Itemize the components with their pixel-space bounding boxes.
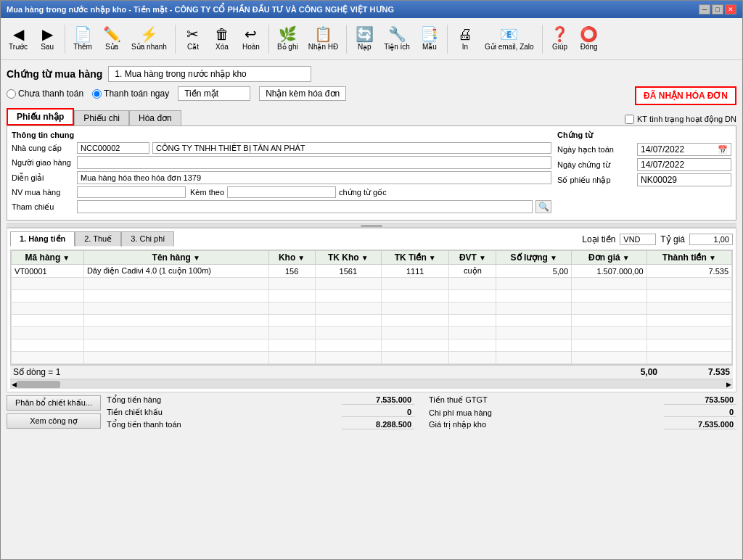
table-footer: Số dòng = 1 5,00 7.535 [10, 365, 733, 379]
ngay-hach-toan-row: Ngày hạch toán 14/07/2022 📅 [557, 143, 731, 156]
scroll-left-arrow[interactable]: ◀ [12, 381, 17, 388]
tham-chieu-input[interactable] [77, 200, 533, 213]
toolbar-sau[interactable]: ▶ Sau [34, 25, 60, 53]
tab-chi-phi[interactable]: 3. Chi phí [121, 231, 174, 247]
thong-tin-chung-title: Thông tin chung [12, 131, 551, 139]
title-bar: Mua hàng trong nước nhập kho - Tiền mặt … [1, 1, 742, 18]
col-tk-tien: TK Tiền ▼ [382, 251, 449, 265]
table-row[interactable]: VT00001 Dây điện Cadivi 4.0 (1 cuộn 100m… [12, 265, 732, 278]
nv-mua-hang-input[interactable] [77, 186, 186, 198]
loai-tien-input[interactable] [620, 234, 656, 245]
toolbar-in[interactable]: 🖨 In [452, 25, 478, 53]
col-ten-hang: Tên hàng ▼ [83, 251, 268, 265]
nha-cung-cap-code-input[interactable] [77, 142, 149, 154]
bottom-left-buttons: Phân bổ chiết khấu... Xem công nợ [7, 395, 101, 432]
chua-thanh-toan-input[interactable] [7, 89, 16, 99]
form-title: Chứng từ mua hàng [7, 68, 102, 80]
toolbar-giup[interactable]: ❓ Giúp [547, 25, 573, 53]
toolbar-gui-email[interactable]: 📧 Gửi email, Zalo [481, 25, 538, 53]
nguoi-giao-hang-input[interactable] [77, 156, 551, 169]
horizontal-scrollbar[interactable]: ◀ ▶ [10, 379, 733, 389]
calendar-icon[interactable]: 📅 [718, 145, 728, 155]
nv-mua-hang-row: NV mua hàng Kèm theo chứng từ gốc [12, 186, 551, 198]
scroll-right-arrow[interactable]: ▶ [726, 381, 731, 388]
sep4 [346, 25, 347, 54]
toolbar-tien-ich[interactable]: 🔧 Tiện ích [380, 25, 414, 53]
tk-tien-filter-icon[interactable]: ▼ [429, 254, 436, 262]
window-title: Mua hàng trong nước nhập kho - Tiền mặt … [7, 5, 394, 15]
loai-tien-row: Loại tiền Tỷ giá [582, 234, 733, 245]
gia-tri-nhap-kho-value: 7.535.000 [664, 420, 736, 429]
maximize-button[interactable]: □ [712, 4, 723, 15]
toolbar-truoc[interactable]: ◀ Trước [5, 25, 31, 53]
ten-hang-filter-icon[interactable]: ▼ [193, 254, 200, 262]
nguoi-giao-hang-label: Người giao hàng [12, 158, 77, 168]
kem-theo-label: Kèm theo [190, 188, 224, 197]
ty-gia-input[interactable] [689, 234, 733, 245]
totals-col-right: Tiền thuế GTGT 753.500 Chi phí mua hàng … [429, 395, 736, 432]
toolbar-bo-ghi[interactable]: 🌿 Bỏ ghi [274, 25, 302, 53]
dien-giai-input[interactable] [77, 171, 551, 184]
tab-phieu-chi[interactable]: Phiếu chi [74, 110, 129, 125]
tab-thue[interactable]: 2. Thuế [75, 231, 121, 247]
toolbar-giup-label: Giúp [552, 43, 567, 51]
print-icon: 🖨 [458, 27, 472, 41]
kem-theo-input[interactable] [227, 186, 336, 198]
thanh-toan-ngay-input[interactable] [92, 89, 102, 99]
so-phieu-nhap-row: Số phiếu nhập NK00029 [557, 173, 731, 186]
ngay-hach-toan-label: Ngày hạch toán [557, 145, 637, 155]
nguoi-giao-hang-row: Người giao hàng [12, 156, 551, 169]
payment-method-box[interactable]: Tiền mặt [178, 86, 250, 101]
chua-thanh-toan-label: Chưa thanh toán [18, 88, 83, 99]
detail-section: 1. Hàng tiền 2. Thuế 3. Chi phí Loại tiề… [7, 228, 736, 392]
toolbar-sua[interactable]: ✏️ Sửa [99, 25, 125, 53]
toolbar-nap[interactable]: 🔄 Nạp [351, 25, 377, 53]
search-button[interactable]: 🔍 [535, 200, 551, 213]
col-tk-kho: TK Kho ▼ [315, 251, 381, 265]
invoice-check-box[interactable]: Nhận kèm hóa đơn [259, 86, 346, 101]
tk-kho-filter-icon[interactable]: ▼ [361, 254, 369, 262]
ma-hang-filter-icon[interactable]: ▼ [62, 254, 70, 262]
don-gia-filter-icon[interactable]: ▼ [623, 254, 630, 262]
toolbar-them[interactable]: 📄 Thêm [70, 25, 96, 53]
empty-row-7 [12, 352, 732, 364]
form-two-col: Thông tin chung Nhà cung cấp Người giao … [12, 131, 731, 215]
xem-cong-no-button[interactable]: Xem công nợ [7, 413, 101, 429]
phan-bo-chiet-khau-button[interactable]: Phân bổ chiết khấu... [7, 395, 101, 411]
so-phieu-nhap-label: Số phiếu nhập [557, 176, 637, 185]
toolbar-sua-nhanh[interactable]: ⚡ Sửa nhanh [128, 25, 171, 53]
toolbar-in-label: In [462, 43, 468, 51]
chung-tu-goc-label: chứng từ gốc [339, 188, 387, 197]
toolbar-dong[interactable]: ⭕ Đóng [576, 25, 602, 53]
forward-icon: ▶ [42, 27, 53, 41]
scroll-thumb[interactable] [17, 381, 60, 388]
tab-hoa-don[interactable]: Hóa đơn [129, 110, 181, 125]
cell-kho: 156 [268, 265, 315, 278]
kt-checkbox[interactable] [625, 115, 634, 124]
tong-tien-hang-value: 7.535.000 [342, 395, 414, 405]
thanh-toan-ngay-radio[interactable]: Thanh toán ngay [92, 88, 169, 99]
ngay-chung-tu-value[interactable]: 14/07/2022 [637, 158, 731, 171]
mau-icon: 📑 [420, 27, 438, 41]
tab-hang-tien[interactable]: 1. Hàng tiền [10, 231, 75, 247]
toolbar-cat[interactable]: ✂ Cắt [180, 25, 206, 53]
footer-thanh-tien: 7.535 [657, 367, 730, 377]
thanh-tien-filter-icon[interactable]: ▼ [709, 254, 716, 262]
toolbar-xoa[interactable]: 🗑 Xóa [209, 25, 235, 53]
tien-thue-gtgt-value: 753.500 [664, 395, 736, 405]
so-phieu-nhap-value[interactable]: NK00029 [637, 173, 731, 186]
kho-filter-icon[interactable]: ▼ [297, 254, 305, 262]
toolbar-hoan[interactable]: ↩ Hoàn [238, 25, 264, 53]
form-type-box[interactable]: 1. Mua hàng trong nước nhập kho [108, 66, 311, 82]
dvt-filter-icon[interactable]: ▼ [479, 254, 486, 262]
toolbar-mau[interactable]: 📑 Mẫu [416, 25, 443, 53]
tab-phieu-nhap[interactable]: Phiếu nhập [7, 108, 74, 125]
nha-cung-cap-name-input[interactable] [152, 142, 551, 154]
toolbar-nhan-hd[interactable]: 📋 Nhận HĐ [305, 25, 342, 53]
minimize-button[interactable]: ─ [699, 4, 710, 15]
chua-thanh-toan-radio[interactable]: Chưa thanh toán [7, 88, 83, 99]
close-button[interactable]: ✕ [725, 4, 736, 15]
so-luong-filter-icon[interactable]: ▼ [550, 254, 557, 262]
toolbar-hoan-label: Hoàn [242, 43, 260, 51]
ngay-hach-toan-value[interactable]: 14/07/2022 📅 [637, 143, 731, 156]
